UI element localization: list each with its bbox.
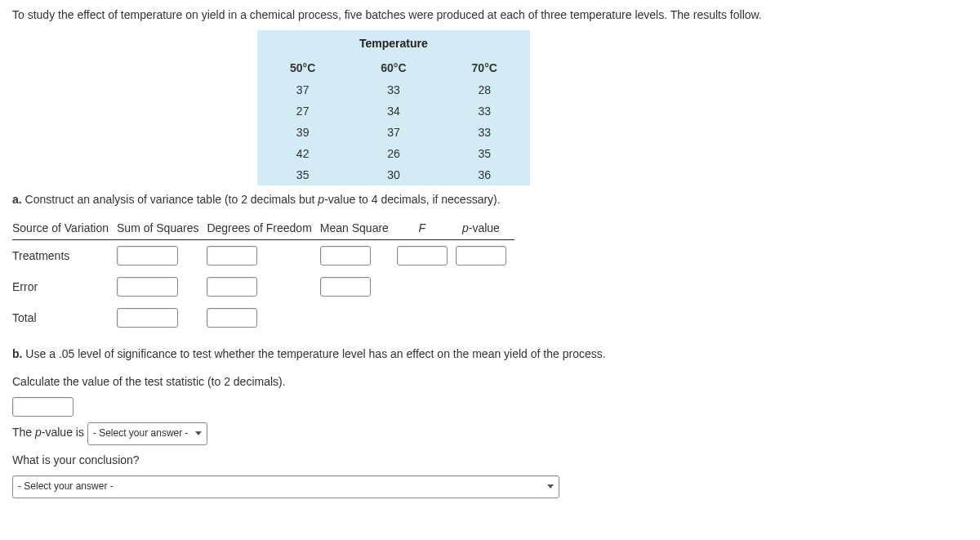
row-label-total: Total <box>12 302 117 333</box>
part-b-instruction: b. Use a .05 level of significance to te… <box>12 345 968 363</box>
treatments-f-input[interactable] <box>397 246 448 266</box>
cell: 30 <box>348 164 439 185</box>
chevron-down-icon <box>195 431 202 435</box>
pvalue-select[interactable]: - Select your answer - <box>87 422 207 445</box>
treatments-ms-input[interactable] <box>320 246 371 266</box>
part-a-label: a. <box>12 193 22 206</box>
total-ss-input[interactable] <box>117 308 178 328</box>
anova-header-ss: Sum of Squares <box>117 216 207 240</box>
cell: 37 <box>257 79 348 100</box>
chevron-down-icon <box>547 484 554 489</box>
intro-text: To study the effect of temperature on yi… <box>12 7 968 24</box>
col-header: 50°C <box>257 56 348 79</box>
cell: 39 <box>257 122 348 143</box>
cell: 36 <box>439 164 530 185</box>
select-label: - Select your answer - <box>18 478 114 496</box>
table-super-header: Temperature <box>257 30 530 56</box>
row-label-error: Error <box>12 271 117 302</box>
cell: 33 <box>348 79 439 100</box>
error-ms-input[interactable] <box>320 277 371 297</box>
anova-table: Source of Variation Sum of Squares Degre… <box>12 216 514 333</box>
treatments-ss-input[interactable] <box>117 246 178 266</box>
treatments-pvalue-input[interactable] <box>456 246 506 266</box>
select-label: - Select your answer - <box>93 425 189 443</box>
cell: 34 <box>348 100 439 122</box>
anova-header-pvalue: p-value <box>456 216 514 240</box>
part-b-label: b. <box>12 347 22 360</box>
col-header: 60°C <box>348 56 439 79</box>
table-row: Treatments <box>12 240 514 272</box>
error-df-input[interactable] <box>207 277 257 297</box>
total-df-input[interactable] <box>207 308 257 328</box>
cell: 27 <box>257 100 348 122</box>
anova-header-ms: Mean Square <box>320 216 397 240</box>
conclusion-question: What is your conclusion? <box>12 450 968 471</box>
cell: 42 <box>257 143 348 164</box>
conclusion-select[interactable]: - Select your answer - <box>12 475 559 498</box>
treatments-df-input[interactable] <box>207 246 257 266</box>
temperature-data-table: Temperature 50°C 60°C 70°C 373328 273433… <box>257 30 530 185</box>
cell: 35 <box>439 143 530 164</box>
row-label-treatments: Treatments <box>12 240 117 272</box>
cell: 35 <box>257 164 348 185</box>
col-header: 70°C <box>439 56 530 79</box>
calc-instruction: Calculate the value of the test statisti… <box>12 372 968 392</box>
cell: 26 <box>348 143 439 164</box>
part-a-instruction: a. Construct an analysis of variance tab… <box>12 190 968 208</box>
anova-header-source: Source of Variation <box>12 216 117 240</box>
cell: 33 <box>439 122 530 143</box>
cell: 37 <box>348 122 439 143</box>
test-statistic-input[interactable] <box>12 397 74 417</box>
anova-header-df: Degrees of Freedom <box>207 216 319 240</box>
cell: 28 <box>439 79 530 100</box>
anova-header-f: F <box>397 216 456 240</box>
table-row: Error <box>12 271 514 302</box>
cell: 33 <box>439 100 530 122</box>
error-ss-input[interactable] <box>117 277 178 297</box>
pvalue-line: The p-value is - Select your answer - <box>12 422 968 445</box>
table-row: Total <box>12 302 514 333</box>
